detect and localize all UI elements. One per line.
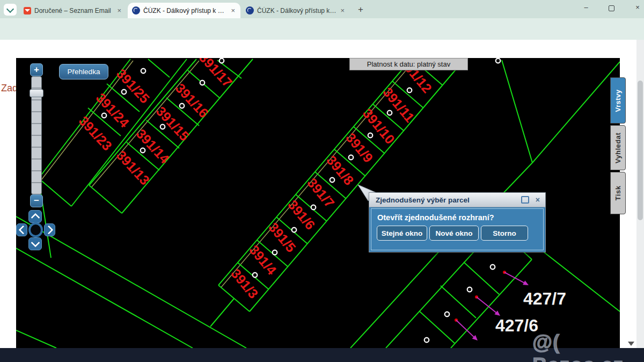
scroll-down-icon[interactable] — [628, 342, 634, 346]
pan-right-button[interactable] — [44, 223, 55, 236]
parcel-boundary-line — [16, 330, 56, 348]
parcel-point-marker — [102, 113, 107, 118]
tab-title: Doručené – Seznam Email — [34, 7, 113, 15]
window-maximize-button[interactable] — [609, 5, 614, 11]
dialog-body: Otevřít zjednodušené rozhraní? Stejné ok… — [371, 208, 544, 250]
pan-up-button[interactable] — [28, 210, 42, 223]
parcel-boundary-line — [532, 62, 620, 163]
parcel-point-marker — [467, 287, 472, 292]
browser-tab-cuzk-active[interactable]: ČÚZK - Dálkový přístup k údajů × — [128, 3, 240, 18]
window-minimize-button[interactable]: – — [581, 3, 591, 11]
parcel-label: 391/24 — [93, 90, 133, 130]
parcel-point-marker — [122, 90, 127, 95]
parcel-boundary-line — [39, 178, 71, 206]
parcel-point-marker — [496, 59, 501, 63]
parcel-boundary-line — [210, 299, 234, 327]
parcel-point-marker — [368, 133, 373, 138]
pan-down-button[interactable] — [28, 237, 42, 250]
scrollbar-thumb[interactable] — [638, 81, 643, 220]
parcel-point-marker — [387, 111, 392, 115]
parcel-boundary-line — [16, 248, 193, 348]
parcel-label: 427/6 — [495, 316, 538, 335]
page-header: Zadání parametrů a zobrazení mapy — [0, 40, 644, 58]
parcel-label: 391/15 — [153, 103, 193, 143]
side-tab-tisk[interactable]: Tisk — [610, 172, 626, 214]
parcel-boundary-line — [89, 185, 122, 213]
overview-button[interactable]: Přehledka — [59, 64, 108, 79]
new-window-button[interactable]: Nové okno — [429, 226, 479, 241]
parcel-label: 391/3 — [228, 266, 261, 301]
parcel-point-marker — [219, 59, 224, 63]
browser-toolbar: ← → ↻ ⌂ katastr.cuzk.cz/DPWEB/mapy/mapy-… — [0, 18, 644, 40]
parcel-point-marker — [292, 228, 297, 233]
parcel-label: 391/25 — [114, 66, 153, 106]
pan-center-button[interactable] — [28, 222, 43, 237]
tab-close-icon[interactable]: × — [339, 6, 346, 15]
parcel-point-marker — [349, 155, 354, 160]
pan-left-button[interactable] — [16, 223, 27, 236]
window-close-button[interactable]: × — [632, 3, 643, 11]
same-window-button[interactable]: Stejné okno — [377, 226, 427, 241]
label-arrow — [504, 272, 526, 284]
parcel-boundary-line — [250, 59, 465, 312]
cancel-button[interactable]: Storno — [481, 226, 528, 241]
parcel-point-marker — [491, 265, 495, 270]
parcel-label: 391/23 — [76, 113, 115, 153]
dialog-title-bar[interactable]: Zjednodušený výběr parcel × — [369, 193, 545, 207]
chevron-down-icon — [6, 5, 14, 12]
parcel-label: 391/6 — [285, 197, 318, 233]
label-arrow — [456, 320, 475, 338]
parcel-point-marker — [425, 338, 429, 343]
side-tab-vrstvy[interactable]: Vrstvy — [610, 77, 626, 124]
cuzk-favicon — [246, 6, 254, 15]
parcel-point-marker — [180, 104, 185, 108]
parcel-selection-dialog: Zjednodušený výběr parcel × Otevřít zjed… — [369, 192, 546, 252]
zoom-slider-handle[interactable] — [30, 89, 43, 97]
browser-tab-bar: Doručené – Seznam Email × ČÚZK - Dálkový… — [0, 0, 644, 18]
parcel-point-marker — [311, 205, 316, 210]
seznam-favicon — [24, 7, 31, 15]
validity-banner: Platnost k datu: platný stav — [349, 58, 468, 70]
side-tab-vyhledat[interactable]: Vyhledat — [610, 125, 626, 170]
parcel-point-marker — [330, 178, 335, 183]
chevron-up-icon — [31, 213, 40, 222]
cuzk-favicon — [132, 6, 140, 15]
windows-taskbar: ⚙ W X 4°C Oblačno 12:48 — [0, 348, 644, 362]
browser-tab-seznam[interactable]: Doručené – Seznam Email × — [19, 3, 127, 18]
parcel-point-marker — [141, 148, 145, 153]
chevron-left-icon — [18, 226, 27, 235]
chevron-down-icon — [31, 238, 40, 248]
parcel-label: 391/4 — [246, 242, 280, 278]
parcel-point-marker — [445, 312, 450, 317]
browser-tab-cuzk-2[interactable]: ČÚZK - Dálkový přístup k údajů × — [241, 3, 350, 18]
parcel-label: 391/5 — [266, 220, 299, 255]
dialog-close-icon[interactable]: × — [536, 196, 540, 204]
new-tab-button[interactable]: + — [354, 4, 367, 15]
parcel-point-marker — [200, 81, 205, 85]
tab-close-icon[interactable]: × — [230, 6, 236, 15]
parcel-point-marker — [273, 250, 277, 255]
zoom-out-button[interactable]: − — [30, 194, 43, 207]
dialog-maximize-icon[interactable] — [521, 196, 529, 204]
parcel-boundary-line — [502, 60, 532, 163]
dialog-question: Otevřít zjednodušené rozhraní? — [377, 213, 494, 222]
dialog-title: Zjednodušený výběr parcel — [376, 196, 521, 204]
tab-title: ČÚZK - Dálkový přístup k údajů — [143, 7, 226, 15]
parcel-label: 427/7 — [523, 289, 566, 308]
chevron-right-icon — [44, 226, 53, 235]
tab-search-button[interactable] — [4, 4, 17, 16]
parcel-label: 391/14 — [134, 126, 173, 166]
parcel-point-marker — [141, 69, 146, 74]
tab-close-icon[interactable]: × — [116, 6, 122, 15]
parcel-point-marker — [407, 88, 412, 93]
parcel-point-marker — [253, 273, 258, 278]
parcel-label: 391/13 — [114, 147, 153, 187]
parcel-boundary-line — [148, 59, 170, 77]
tab-title: ČÚZK - Dálkový přístup k údajů — [257, 7, 336, 15]
zoom-in-button[interactable]: + — [30, 63, 43, 76]
